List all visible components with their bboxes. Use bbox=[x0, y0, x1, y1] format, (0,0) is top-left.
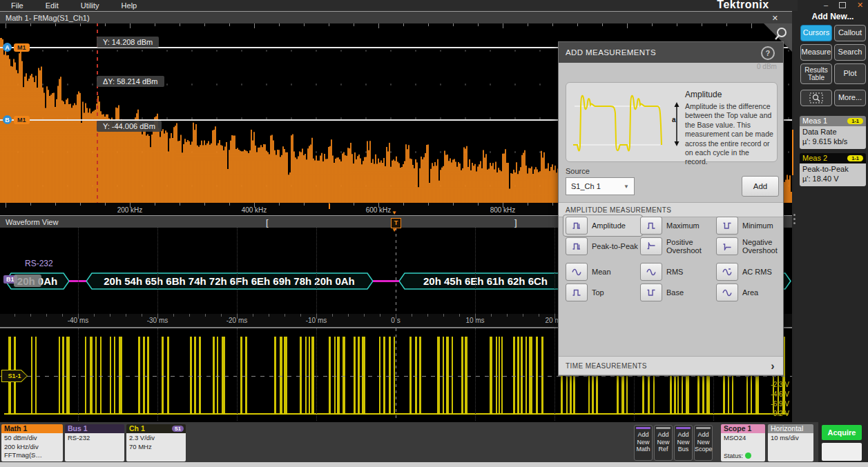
meas2-badge[interactable]: Meas 2 1-1 Peak-to-Peak µ': 18.40 V bbox=[800, 153, 866, 186]
ch1-title: Ch 1 bbox=[129, 424, 145, 433]
add-cursors-button[interactable]: Cursors bbox=[800, 25, 832, 41]
menu-help[interactable]: Help bbox=[110, 1, 148, 10]
measurement-item-maximum[interactable]: Maximum bbox=[640, 217, 715, 235]
cursor-delta-readout[interactable]: ΔY: 58.214 dBm bbox=[97, 76, 164, 87]
menu-file[interactable]: File bbox=[0, 1, 35, 10]
meas1-source-pill: 1-1 bbox=[847, 118, 863, 124]
measurement-item-area[interactable]: Area bbox=[716, 284, 791, 301]
cursor-b-badge[interactable]: B M1 bbox=[3, 115, 30, 124]
zoom-region-icon bbox=[809, 92, 823, 103]
math-view-title: Math 1- FftMag(S1_Ch1) bbox=[0, 14, 90, 22]
help-icon[interactable]: ? bbox=[761, 46, 775, 60]
acquire-panel[interactable] bbox=[822, 443, 862, 461]
chevron-down-icon: ▼ bbox=[624, 179, 629, 195]
amplitude-annotation: a bbox=[672, 116, 676, 123]
horizontal-badge[interactable]: Horizontal 10 ms/div bbox=[768, 424, 813, 461]
close-icon[interactable]: ✕ bbox=[857, 1, 863, 10]
restore-icon[interactable] bbox=[839, 2, 846, 8]
trigger-arrow-bottom-icon: ▼ bbox=[392, 228, 397, 233]
measurement-item-amplitude[interactable]: Amplitude bbox=[563, 215, 643, 237]
measurement-item-mean[interactable]: Mean bbox=[566, 263, 640, 281]
menu-utility[interactable]: Utility bbox=[70, 1, 110, 10]
measurement-item-peak-to-peak[interactable]: Peak-to-Peak bbox=[566, 237, 640, 255]
math1-title: Math 1 bbox=[1, 424, 63, 433]
time-label: -10 ms bbox=[306, 317, 327, 324]
amplitude-axis-label: 0 dBm bbox=[757, 63, 777, 70]
measurement-item-minimum[interactable]: Minimum bbox=[716, 217, 791, 235]
base-icon bbox=[640, 284, 662, 301]
bottom-strip bbox=[0, 462, 868, 467]
spectrum-marker-tick bbox=[329, 203, 330, 209]
negative-overshoot-icon bbox=[716, 237, 738, 255]
meas2-name: Meas 2 bbox=[802, 153, 827, 163]
more-button[interactable]: More... bbox=[834, 90, 866, 106]
rms-icon bbox=[640, 263, 662, 281]
menu-bar: File Edit Utility Help Tektronix bbox=[0, 0, 798, 11]
add-results-table-button[interactable]: Results Table bbox=[800, 63, 832, 84]
dialog-title: ADD MEASUREMENTS bbox=[559, 48, 656, 57]
add-search-button[interactable]: Search bbox=[834, 44, 866, 61]
meas1-badge[interactable]: Meas 1 1-1 Data Rate µ': 9.615 kb/s bbox=[800, 116, 866, 149]
minimize-icon[interactable]: – bbox=[824, 1, 828, 9]
cursor-b-readout[interactable]: Y: -44.006 dBm bbox=[97, 121, 162, 132]
math1-scale: 50 dBm/div bbox=[4, 434, 60, 443]
time-measurements-section[interactable]: TIME MEASUREMENTS › bbox=[559, 356, 783, 375]
measurement-item-ac-rms[interactable]: AC RMS bbox=[716, 263, 791, 281]
bus-packet-text: 20h 45h 6Eh 61h 62h 6Ch bbox=[423, 275, 548, 287]
freq-label: 800 kHz bbox=[490, 206, 516, 214]
add-new-scope-button[interactable]: Add New Scope bbox=[694, 425, 713, 461]
cursor-a-readout[interactable]: Y: 14.208 dBm bbox=[97, 37, 159, 48]
zoom-bracket-left[interactable]: [ bbox=[266, 217, 269, 229]
bus1-badge[interactable]: Bus 1 RS-232 bbox=[65, 424, 124, 461]
scope1-model: MSO24 bbox=[724, 434, 762, 443]
measurement-item-base[interactable]: Base bbox=[640, 284, 715, 301]
acquire-button[interactable]: Acquire bbox=[822, 425, 862, 440]
ch1-badge[interactable]: Ch 1 S1 2.3 V/div 70 MHz bbox=[126, 424, 186, 461]
add-new-ref-button[interactable]: Add New Ref bbox=[654, 425, 673, 461]
dialog-header[interactable]: ADD MEASUREMENTS ? bbox=[559, 42, 783, 63]
add-measurements-dialog: ADD MEASUREMENTS ? a Amplitude Amplitude… bbox=[558, 41, 784, 376]
description-title: Amplitude bbox=[685, 90, 722, 99]
right-sidebar: – ✕ Add New... Cursors Callout Measure S… bbox=[798, 0, 868, 422]
measurement-item-negative-overshoot[interactable]: Negative Overshoot bbox=[716, 237, 791, 255]
expand-chevron-icon: › bbox=[771, 357, 775, 376]
active-panel-accent bbox=[792, 130, 793, 175]
zoom-bracket-right[interactable]: ] bbox=[514, 217, 517, 229]
source-dropdown[interactable]: S1_Ch 1 ▼ bbox=[566, 177, 635, 195]
add-callout-button[interactable]: Callout bbox=[834, 25, 866, 41]
signal-handle-label: S1-1 bbox=[2, 370, 27, 381]
measurement-item-rms[interactable]: RMS bbox=[640, 263, 715, 281]
measurement-item-top[interactable]: Top bbox=[566, 284, 640, 301]
add-new-bus-button[interactable]: Add New Bus bbox=[674, 425, 693, 461]
scope1-badge[interactable]: Scope 1 MSO24 Status: bbox=[721, 424, 765, 461]
area-icon bbox=[716, 284, 738, 301]
scope1-title: Scope 1 bbox=[721, 424, 765, 433]
freq-label: 400 kHz bbox=[242, 206, 267, 214]
amplitude-illustration bbox=[570, 86, 674, 159]
add-measure-button[interactable]: Measure bbox=[800, 44, 832, 61]
cursor-b-source-label: M1 bbox=[14, 116, 30, 124]
math1-badge[interactable]: Math 1 50 dBm/div 200 kHz/div FFTmag(S… bbox=[1, 424, 63, 461]
divider-grip-icon[interactable] bbox=[793, 214, 795, 226]
meas2-value: µ': 18.40 V bbox=[802, 175, 863, 184]
cursor-a-badge[interactable]: A M1 bbox=[3, 43, 30, 52]
ac-rms-icon bbox=[716, 263, 738, 281]
cursor-b-letter: B bbox=[3, 115, 12, 124]
time-label: 0 s bbox=[391, 317, 400, 324]
add-new-math-button[interactable]: Add New Math bbox=[634, 425, 653, 461]
math-view-titlebar: Math 1- FftMag(S1_Ch1) ✕ bbox=[0, 11, 792, 23]
vertical-cursor-line[interactable] bbox=[97, 23, 98, 203]
add-button[interactable]: Add bbox=[742, 176, 779, 197]
trigger-position-line bbox=[396, 228, 396, 314]
menu-edit[interactable]: Edit bbox=[35, 1, 70, 10]
add-plot-button[interactable]: Plot bbox=[834, 63, 866, 84]
time-label: -30 ms bbox=[147, 317, 168, 324]
zoom-region-button[interactable] bbox=[800, 90, 832, 106]
measurement-item-positive-overshoot[interactable]: Positive Overshoot bbox=[640, 237, 715, 255]
bus1-title: Bus 1 bbox=[65, 424, 124, 433]
volt-label: -2.3 V bbox=[771, 381, 789, 388]
source-label: Source bbox=[566, 167, 590, 175]
cursor-a-source-label: M1 bbox=[14, 43, 30, 52]
math-view-close-icon[interactable]: ✕ bbox=[772, 12, 778, 24]
measurement-description-card: a Amplitude Amplitude is the difference … bbox=[566, 82, 778, 162]
